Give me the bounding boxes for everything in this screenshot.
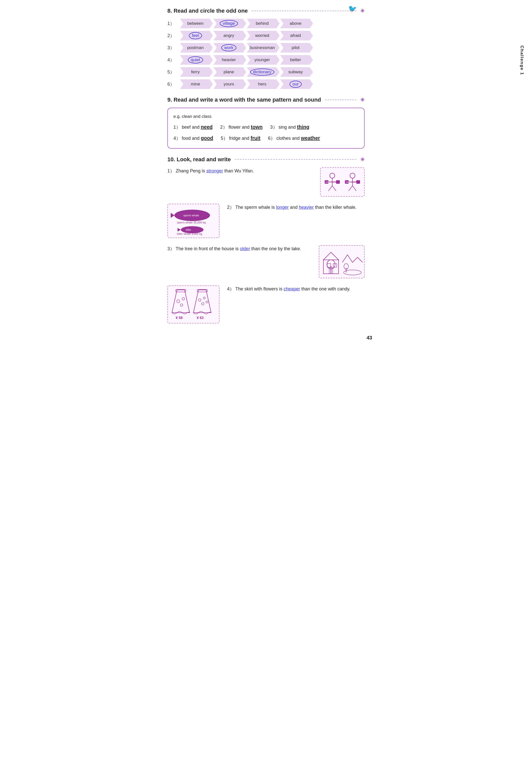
arrow-item: postman — [180, 43, 213, 53]
svg-point-44 — [203, 297, 205, 299]
arrow-item: hers — [247, 79, 280, 89]
pattern-line: 1） beef and need2） flower and town3） sin… — [173, 122, 359, 132]
arrow-row: 2）feelangryworriedafraid — [167, 31, 365, 41]
svg-point-45 — [201, 303, 204, 305]
answer-word-cheaper: cheaper — [284, 286, 300, 291]
arrow-item: businessman — [247, 43, 280, 53]
eg-text: e.g. clean and class — [173, 114, 212, 119]
svg-line-12 — [349, 186, 352, 191]
svg-point-39 — [182, 298, 185, 300]
svg-point-43 — [198, 299, 201, 301]
answer-word-longer: longer — [276, 205, 289, 210]
exercise-image-4: ¥ 58 ¥ 63 — [167, 285, 220, 323]
svg-text:killer: killer — [186, 229, 191, 231]
arrow-item: better — [280, 55, 313, 65]
circled-word: feel — [189, 32, 202, 39]
svg-point-40 — [180, 304, 183, 306]
weights-svg: 25KG 20KG — [322, 169, 363, 195]
exercise-text-2: 2） The sperm whale is longer and heavier… — [227, 204, 365, 211]
arrow-item: quiet — [180, 55, 213, 65]
arrow-item: behind — [247, 19, 280, 28]
section-8: 8. Read and circle the odd one ✳ 1）betwe… — [167, 8, 365, 89]
circled-word: our — [290, 81, 302, 88]
arrow-row: 5）ferryplanedictionarysubway — [167, 67, 365, 77]
svg-text:¥ 58: ¥ 58 — [176, 316, 183, 320]
pattern-answer: town — [251, 124, 263, 130]
circled-word: village — [220, 20, 238, 27]
eg-line: e.g. clean and class — [173, 112, 359, 121]
pattern-answer: weather — [301, 135, 320, 141]
arrow-item: worried — [247, 31, 280, 41]
exercise-text-3: 3） The tree in front of the house is old… — [167, 245, 311, 252]
pattern-answer: thing — [297, 124, 309, 130]
arrow-row: 4）quietheavieryoungerbetter — [167, 55, 365, 65]
svg-point-38 — [177, 300, 180, 303]
circled-word: work — [221, 44, 236, 51]
arrow-item: heavier — [214, 55, 246, 65]
exercise-item-1: 1） Zhang Peng is stronger than Wu Yifan.… — [167, 167, 365, 197]
dashed-line — [252, 11, 356, 11]
pattern-item: 5） fridge and fruit — [221, 133, 260, 143]
page-number: 43 — [367, 335, 372, 341]
star-icon3: ✳ — [360, 157, 365, 163]
arrow-item: subway — [280, 67, 313, 77]
arrow-item: mine — [180, 79, 213, 89]
dashed-line3 — [235, 159, 356, 160]
svg-line-3 — [329, 186, 332, 191]
exercise-item-3: 3） The tree in front of the house is old… — [167, 245, 365, 278]
arrow-item: ferry — [180, 67, 213, 77]
house-svg — [321, 247, 363, 276]
svg-line-13 — [352, 186, 356, 191]
exercise-row-1: 1） Zhang Peng is stronger than Wu Yifan.… — [167, 167, 365, 197]
arrow-item: village — [214, 19, 246, 28]
arrow-item: work — [214, 43, 246, 53]
svg-text:25KG: 25KG — [326, 181, 331, 183]
arrow-row: 1）betweenvillagebehindabove — [167, 19, 365, 28]
section8-heading: 8. Read and circle the odd one ✳ — [167, 8, 365, 14]
dashed-line2 — [325, 100, 356, 100]
star-icon: ✳ — [360, 8, 365, 14]
section9-title: 9. Read and write a word with the same p… — [167, 97, 321, 103]
svg-point-46 — [206, 301, 208, 303]
arrow-item: between — [180, 19, 213, 28]
section10-title: 10. Look, read and write — [167, 156, 231, 163]
pattern-answer: good — [201, 135, 213, 141]
section10-heading: 10. Look, read and write ✳ — [167, 156, 365, 163]
exercise-items: 1） Zhang Peng is stronger than Wu Yifan.… — [167, 167, 365, 323]
bird-decoration: 🐦 — [348, 5, 357, 13]
section-10: 10. Look, read and write ✳ 1） Zhang Peng… — [167, 156, 365, 323]
pattern-box: e.g. clean and class 1） beef and need2） … — [167, 108, 365, 148]
svg-text:sperm whale 35,000 kg: sperm whale 35,000 kg — [177, 221, 206, 224]
exercise-image-2: sperm whale sperm whale 35,000 kg killer… — [167, 204, 220, 238]
row-number: 6） — [167, 81, 180, 87]
answer-word: stronger — [206, 168, 223, 173]
exercise-text-1: 1） Zhang Peng is stronger than Wu Yifan. — [167, 167, 312, 175]
exercise-row-2: sperm whale sperm whale 35,000 kg killer… — [167, 204, 365, 238]
pattern-item: 6） clothes and weather — [268, 133, 320, 143]
svg-marker-19 — [171, 213, 174, 218]
svg-point-9 — [350, 173, 355, 178]
exercise-item-2: sperm whale sperm whale 35,000 kg killer… — [167, 204, 365, 238]
pattern-line: 4） food and good5） fridge and fruit6） cl… — [173, 133, 359, 143]
pattern-item: 2） flower and town — [220, 122, 263, 132]
exercise-text-4: 4） The skirt with flowers is cheaper tha… — [227, 285, 365, 293]
row-number: 4） — [167, 57, 180, 63]
answer-word-heavier: heavier — [299, 205, 314, 210]
arrow-item: plane — [214, 67, 246, 77]
arrow-item: afraid — [280, 31, 313, 41]
exercise-item-4: ¥ 58 ¥ 63 4） The skirt with flowers is c… — [167, 285, 365, 323]
section8-title: 8. Read and circle the odd one — [167, 8, 248, 14]
pattern-item: 3） sing and thing — [270, 122, 309, 132]
arrow-item: pilot — [280, 43, 313, 53]
section9-heading: 9. Read and write a word with the same p… — [167, 97, 365, 103]
svg-rect-7 — [336, 180, 340, 184]
pattern-items: 1） beef and need2） flower and town3） sin… — [173, 122, 359, 143]
whale-svg: sperm whale sperm whale 35,000 kg killer… — [169, 206, 218, 236]
arrow-row: 3）postmanworkbusinessmanpilot — [167, 43, 365, 53]
star-icon2: ✳ — [360, 97, 365, 103]
row-number: 3） — [167, 45, 180, 51]
arrow-item: our — [280, 79, 313, 89]
exercise-row-4: ¥ 58 ¥ 63 4） The skirt with flowers is c… — [167, 285, 365, 323]
arrow-item: feel — [180, 31, 213, 41]
skirt-svg: ¥ 58 ¥ 63 — [169, 287, 218, 321]
